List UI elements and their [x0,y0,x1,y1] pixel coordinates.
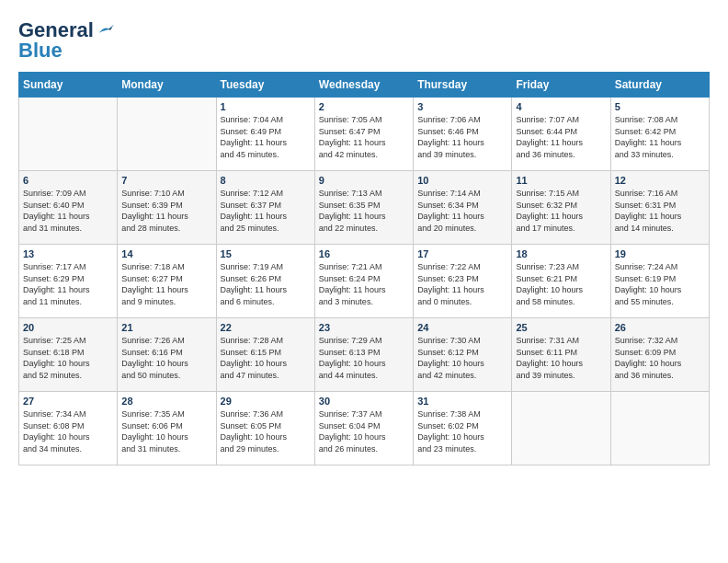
day-number: 29 [221,396,311,407]
calendar-cell: 18Sunrise: 7:23 AM Sunset: 6:21 PM Dayli… [512,245,610,318]
day-number: 18 [516,248,606,259]
day-number: 27 [23,396,113,407]
day-number: 20 [23,322,113,333]
calendar-cell: 13Sunrise: 7:17 AM Sunset: 6:29 PM Dayli… [19,245,118,318]
calendar-cell: 28Sunrise: 7:35 AM Sunset: 6:06 PM Dayli… [118,392,216,465]
cell-content: Sunrise: 7:36 AM Sunset: 6:05 PM Dayligh… [221,408,311,454]
calendar-cell: 23Sunrise: 7:29 AM Sunset: 6:13 PM Dayli… [314,318,413,392]
calendar-cell: 26Sunrise: 7:32 AM Sunset: 6:09 PM Dayli… [610,318,709,392]
day-number: 12 [615,175,705,186]
cell-content: Sunrise: 7:12 AM Sunset: 6:37 PM Dayligh… [221,188,311,234]
day-number: 7 [121,175,211,186]
day-number: 24 [417,322,507,333]
calendar-cell: 5Sunrise: 7:08 AM Sunset: 6:42 PM Daylig… [610,98,709,171]
day-number: 1 [221,101,311,112]
logo-blue: Blue [18,39,63,63]
cell-content: Sunrise: 7:08 AM Sunset: 6:42 PM Dayligh… [615,114,705,160]
day-number: 25 [516,322,606,333]
calendar-cell: 11Sunrise: 7:15 AM Sunset: 6:32 PM Dayli… [512,171,610,245]
day-number: 6 [23,175,113,186]
day-number: 26 [615,322,705,333]
cell-content: Sunrise: 7:07 AM Sunset: 6:44 PM Dayligh… [516,114,606,160]
day-number: 21 [121,322,211,333]
calendar-cell: 22Sunrise: 7:28 AM Sunset: 6:15 PM Dayli… [216,318,314,392]
calendar-header-row: SundayMondayTuesdayWednesdayThursdayFrid… [19,73,710,98]
day-number: 8 [221,175,311,186]
calendar-cell: 4Sunrise: 7:07 AM Sunset: 6:44 PM Daylig… [512,98,610,171]
cell-content: Sunrise: 7:04 AM Sunset: 6:49 PM Dayligh… [221,114,311,160]
day-number: 9 [319,175,409,186]
day-number: 10 [417,175,507,186]
day-number: 31 [417,396,507,407]
cell-content: Sunrise: 7:10 AM Sunset: 6:39 PM Dayligh… [121,188,211,234]
col-header-saturday: Saturday [610,73,709,98]
calendar-cell: 15Sunrise: 7:19 AM Sunset: 6:26 PM Dayli… [216,245,314,318]
calendar-cell: 19Sunrise: 7:24 AM Sunset: 6:19 PM Dayli… [610,245,709,318]
calendar-cell: 1Sunrise: 7:04 AM Sunset: 6:49 PM Daylig… [216,98,314,171]
calendar-week-2: 6Sunrise: 7:09 AM Sunset: 6:40 PM Daylig… [19,171,710,245]
cell-content: Sunrise: 7:16 AM Sunset: 6:31 PM Dayligh… [615,188,705,234]
cell-content: Sunrise: 7:13 AM Sunset: 6:35 PM Dayligh… [319,188,409,234]
cell-content: Sunrise: 7:14 AM Sunset: 6:34 PM Dayligh… [417,188,507,234]
calendar-cell: 24Sunrise: 7:30 AM Sunset: 6:12 PM Dayli… [414,318,512,392]
logo: General Blue [18,18,114,63]
day-number: 17 [417,248,507,259]
col-header-thursday: Thursday [414,73,512,98]
cell-content: Sunrise: 7:21 AM Sunset: 6:24 PM Dayligh… [319,261,409,307]
calendar-cell [512,392,610,465]
calendar-cell: 14Sunrise: 7:18 AM Sunset: 6:27 PM Dayli… [118,245,216,318]
cell-content: Sunrise: 7:37 AM Sunset: 6:04 PM Dayligh… [319,408,409,454]
calendar-cell: 2Sunrise: 7:05 AM Sunset: 6:47 PM Daylig… [314,98,413,171]
day-number: 19 [615,248,705,259]
day-number: 15 [221,248,311,259]
cell-content: Sunrise: 7:29 AM Sunset: 6:13 PM Dayligh… [319,335,409,381]
cell-content: Sunrise: 7:23 AM Sunset: 6:21 PM Dayligh… [516,261,606,307]
cell-content: Sunrise: 7:19 AM Sunset: 6:26 PM Dayligh… [221,261,311,307]
calendar-cell: 31Sunrise: 7:38 AM Sunset: 6:02 PM Dayli… [414,392,512,465]
cell-content: Sunrise: 7:31 AM Sunset: 6:11 PM Dayligh… [516,335,606,381]
day-number: 2 [319,101,409,112]
col-header-friday: Friday [512,73,610,98]
col-header-tuesday: Tuesday [216,73,314,98]
cell-content: Sunrise: 7:06 AM Sunset: 6:46 PM Dayligh… [417,114,507,160]
cell-content: Sunrise: 7:35 AM Sunset: 6:06 PM Dayligh… [121,408,211,454]
cell-content: Sunrise: 7:38 AM Sunset: 6:02 PM Dayligh… [417,408,507,454]
cell-content: Sunrise: 7:09 AM Sunset: 6:40 PM Dayligh… [23,188,113,234]
day-number: 14 [121,248,211,259]
calendar-week-3: 13Sunrise: 7:17 AM Sunset: 6:29 PM Dayli… [19,245,710,318]
calendar-cell: 16Sunrise: 7:21 AM Sunset: 6:24 PM Dayli… [314,245,413,318]
day-number: 3 [417,101,507,112]
day-number: 28 [121,396,211,407]
calendar-cell [610,392,709,465]
cell-content: Sunrise: 7:24 AM Sunset: 6:19 PM Dayligh… [615,261,705,307]
calendar-cell: 10Sunrise: 7:14 AM Sunset: 6:34 PM Dayli… [414,171,512,245]
day-number: 30 [319,396,409,407]
cell-content: Sunrise: 7:15 AM Sunset: 6:32 PM Dayligh… [516,188,606,234]
col-header-sunday: Sunday [19,73,118,98]
calendar-cell: 30Sunrise: 7:37 AM Sunset: 6:04 PM Dayli… [314,392,413,465]
calendar-cell: 27Sunrise: 7:34 AM Sunset: 6:08 PM Dayli… [19,392,118,465]
col-header-monday: Monday [118,73,216,98]
calendar-table: SundayMondayTuesdayWednesdayThursdayFrid… [18,72,710,465]
page-header: General Blue [18,18,710,63]
day-number: 13 [23,248,113,259]
calendar-week-1: 1Sunrise: 7:04 AM Sunset: 6:49 PM Daylig… [19,98,710,171]
calendar-cell: 25Sunrise: 7:31 AM Sunset: 6:11 PM Dayli… [512,318,610,392]
calendar-week-4: 20Sunrise: 7:25 AM Sunset: 6:18 PM Dayli… [19,318,710,392]
calendar-week-5: 27Sunrise: 7:34 AM Sunset: 6:08 PM Dayli… [19,392,710,465]
day-number: 22 [221,322,311,333]
cell-content: Sunrise: 7:34 AM Sunset: 6:08 PM Dayligh… [23,408,113,454]
cell-content: Sunrise: 7:18 AM Sunset: 6:27 PM Dayligh… [121,261,211,307]
cell-content: Sunrise: 7:17 AM Sunset: 6:29 PM Dayligh… [23,261,113,307]
col-header-wednesday: Wednesday [314,73,413,98]
day-number: 16 [319,248,409,259]
calendar-cell: 6Sunrise: 7:09 AM Sunset: 6:40 PM Daylig… [19,171,118,245]
calendar-cell: 8Sunrise: 7:12 AM Sunset: 6:37 PM Daylig… [216,171,314,245]
cell-content: Sunrise: 7:32 AM Sunset: 6:09 PM Dayligh… [615,335,705,381]
calendar-cell: 3Sunrise: 7:06 AM Sunset: 6:46 PM Daylig… [414,98,512,171]
day-number: 4 [516,101,606,112]
calendar-cell: 17Sunrise: 7:22 AM Sunset: 6:23 PM Dayli… [414,245,512,318]
calendar-cell [19,98,118,171]
cell-content: Sunrise: 7:22 AM Sunset: 6:23 PM Dayligh… [417,261,507,307]
cell-content: Sunrise: 7:25 AM Sunset: 6:18 PM Dayligh… [23,335,113,381]
